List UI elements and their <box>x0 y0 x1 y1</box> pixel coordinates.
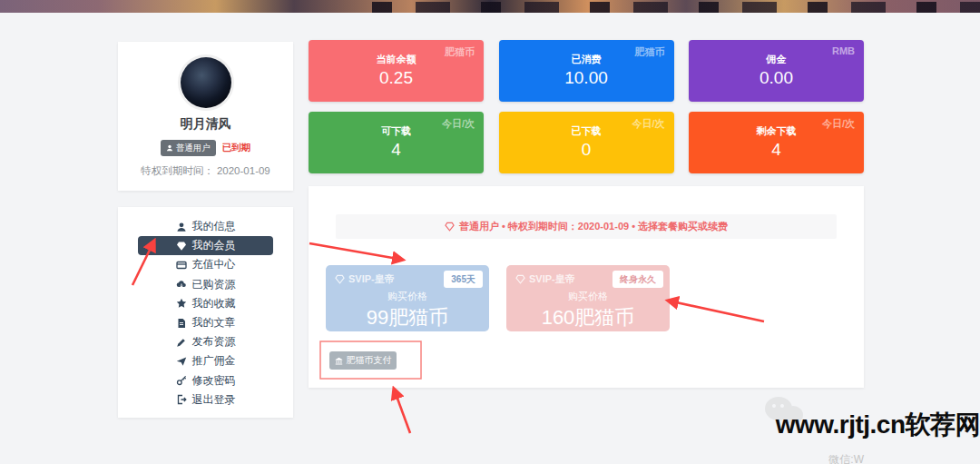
membership-dashboard-page: 明月清风 普通用户 已到期 特权到期时间： 2020-01-09 我的信息 我的… <box>0 0 980 464</box>
plan-price: 160肥猫币 <box>506 304 670 331</box>
plan-duration-badge: 终身永久 <box>612 271 663 288</box>
user-icon <box>176 222 187 232</box>
sidebar-item-my-favorites[interactable]: 我的收藏 <box>138 294 273 313</box>
sidebar-item-label: 我的收藏 <box>192 296 236 311</box>
sidebar-item-purchased-resources[interactable]: 已购资源 <box>138 275 273 294</box>
sidebar-item-my-articles[interactable]: 我的文章 <box>138 313 273 332</box>
sidebar-item-label: 我的会员 <box>192 238 236 253</box>
sidebar-item-label: 推广佣金 <box>192 353 236 369</box>
paper-plane-icon <box>176 356 187 367</box>
membership-panel: 普通用户 • 特权到期时间：2020-01-09 • 选择套餐购买或续费 SVI… <box>309 186 864 388</box>
stat-tag: 肥猫币 <box>635 45 665 59</box>
sidebar-item-label: 充值中心 <box>192 257 236 272</box>
stat-value: 0.00 <box>689 68 864 88</box>
avatar[interactable] <box>181 57 231 108</box>
membership-notice: 普通用户 • 特权到期时间：2020-01-09 • 选择套餐购买或续费 <box>336 214 837 239</box>
sidebar-item-label: 退出登录 <box>192 392 236 408</box>
plan-price: 99肥猫币 <box>326 304 489 331</box>
sidebar-item-recharge-center[interactable]: 充值中心 <box>138 255 273 274</box>
stat-tag: RMB <box>832 45 855 56</box>
stat-card-balance: 肥猫币 当前余额 0.25 <box>309 40 484 102</box>
stat-value: 0.25 <box>309 68 484 88</box>
expiry-date: 2020-01-09 <box>217 165 270 176</box>
stat-card-remaining-downloads: 今日/次 剩余下载 4 <box>689 112 864 173</box>
username: 明月清风 <box>118 116 293 133</box>
stat-card-downloadable: 今日/次 可下载 4 <box>309 112 484 173</box>
stat-tag: 今日/次 <box>632 117 664 131</box>
credit-card-icon <box>176 260 187 271</box>
pay-button-label: 肥猫币支付 <box>347 354 392 367</box>
watermark-subtext: 微信:W <box>828 452 864 464</box>
stat-value: 0 <box>499 140 674 160</box>
sidebar-item-logout[interactable]: 退出登录 <box>138 390 273 410</box>
badge-row: 普通用户 已到期 <box>118 140 293 156</box>
stat-value: 10.00 <box>499 68 674 88</box>
sidebar-item-label: 我的文章 <box>192 315 236 331</box>
stat-value: 4 <box>309 140 484 160</box>
profile-card: 明月清风 普通用户 已到期 特权到期时间： 2020-01-09 <box>118 42 293 191</box>
sidebar-item-promotion-commission[interactable]: 推广佣金 <box>138 351 273 370</box>
sidebar-item-label: 修改密码 <box>192 373 236 389</box>
sidebar-item-publish-resource[interactable]: 发布资源 <box>138 332 273 351</box>
role-badge-label: 普通用户 <box>176 143 211 154</box>
notice-text: 普通用户 • 特权到期时间：2020-01-09 • 选择套餐购买或续费 <box>459 220 728 233</box>
stat-tag: 今日/次 <box>442 117 475 131</box>
stat-card-commission: RMB 佣金 0.00 <box>689 40 864 102</box>
plan-card-lifetime[interactable]: SVIP-皇帝 终身永久 购买价格 160肥猫币 <box>506 265 670 331</box>
pay-with-coin-button[interactable]: 肥猫币支付 <box>329 351 397 370</box>
sign-out-icon <box>176 394 187 405</box>
bank-icon <box>335 357 343 365</box>
sidebar-item-label: 已购资源 <box>192 277 236 292</box>
file-icon <box>176 318 187 329</box>
star-icon <box>176 298 187 309</box>
sidebar-item-label: 发布资源 <box>192 334 236 350</box>
plan-duration-badge: 365天 <box>444 271 483 288</box>
header-banner-image <box>0 0 980 13</box>
key-icon <box>176 375 187 386</box>
plan-name-row: SVIP-皇帝 <box>515 272 575 286</box>
sidebar-item-my-membership[interactable]: 我的会员 <box>138 236 273 255</box>
status-badge: 已到期 <box>222 142 251 154</box>
stat-value: 4 <box>689 140 864 160</box>
plan-card-365-days[interactable]: SVIP-皇帝 365天 购买价格 99肥猫币 <box>326 265 489 331</box>
stat-card-consumed: 肥猫币 已消费 10.00 <box>499 40 674 102</box>
gem-icon <box>445 222 455 232</box>
sidebar-item-my-info[interactable]: 我的信息 <box>138 217 273 236</box>
role-badge: 普通用户 <box>161 140 216 156</box>
cloud-download-icon <box>176 279 187 290</box>
gem-icon <box>176 241 187 252</box>
sidebar-item-label: 我的信息 <box>192 219 236 234</box>
stat-card-downloaded: 今日/次 已下载 0 <box>499 112 674 173</box>
plan-name-row: SVIP-皇帝 <box>335 272 395 286</box>
plan-list: SVIP-皇帝 365天 购买价格 99肥猫币 SVIP-皇帝 终身永久 购买价… <box>326 265 670 331</box>
expiry-line: 特权到期时间： 2020-01-09 <box>118 164 293 178</box>
sidebar-item-change-password[interactable]: 修改密码 <box>138 371 273 390</box>
expiry-label: 特权到期时间： <box>141 165 214 176</box>
annotation-arrow-pay-button <box>394 389 410 433</box>
pen-icon <box>176 337 187 348</box>
plan-name: SVIP-皇帝 <box>529 272 575 286</box>
user-icon <box>166 144 173 152</box>
banner-cityscape <box>372 2 980 13</box>
gem-icon <box>515 274 525 284</box>
stat-tag: 肥猫币 <box>445 45 475 59</box>
watermark-text: www.rjtj.cn软荐网 <box>776 408 980 442</box>
sidebar-menu: 我的信息 我的会员 充值中心 已购资源 我的收藏 我的文章 发布资源 推广佣金 <box>118 207 293 418</box>
gem-icon <box>335 274 345 284</box>
stat-tag: 今日/次 <box>822 117 855 131</box>
plan-name: SVIP-皇帝 <box>348 272 395 286</box>
stat-cards-grid: 肥猫币 当前余额 0.25 肥猫币 已消费 10.00 RMB 佣金 0.00 … <box>309 40 864 173</box>
